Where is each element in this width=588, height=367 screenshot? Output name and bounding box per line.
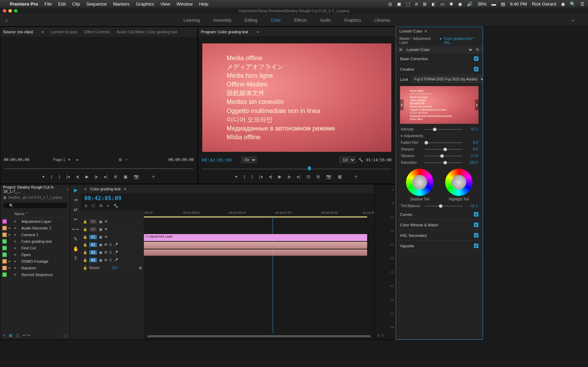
selection-tool-icon[interactable]: ▶ <box>74 187 78 193</box>
ws-editing[interactable]: Editing <box>245 18 258 23</box>
panel-menu-icon[interactable]: ≡ <box>425 29 427 33</box>
comparison-icon[interactable]: ▦ <box>338 174 342 179</box>
track-a3[interactable]: A3 <box>89 258 97 262</box>
source-icon-1[interactable]: ⊞ <box>119 157 122 162</box>
razor-tool-icon[interactable]: ✂ <box>74 217 78 222</box>
sharpen-slider[interactable] <box>425 149 462 150</box>
lum-section-basic[interactable]: Basic Correction <box>396 54 483 64</box>
page-next-icon[interactable]: ▸ <box>77 157 79 162</box>
goto-out-icon[interactable]: ▸| <box>297 174 300 179</box>
lock-icon[interactable]: 🔒 <box>83 243 87 247</box>
out-icon[interactable]: } <box>251 174 253 179</box>
lock-icon[interactable]: 🔒 <box>83 266 87 270</box>
expand-arrow-icon[interactable]: ▸ <box>9 232 12 237</box>
wrench-icon[interactable]: 🔧 <box>358 158 363 162</box>
sharpen-value[interactable]: 0.0 <box>465 147 478 151</box>
bluetooth-icon[interactable]: ✱ <box>449 1 453 7</box>
look-select[interactable]: Fuji ETERNA 250D Fuji 3510 (by Adobe) <box>411 76 483 83</box>
status-icon-3[interactable]: ⊞ <box>423 1 427 7</box>
tab-menu-icon[interactable]: ≡ <box>257 30 259 34</box>
faded-slider[interactable] <box>425 142 462 143</box>
timeline-ruler[interactable]: :00:00 00:14:59:02 00:29:58:04 00:44:57:… <box>144 210 374 218</box>
curves-toggle[interactable] <box>474 212 478 217</box>
mic-icon[interactable]: 🎤 <box>114 243 118 247</box>
clip-adjustment[interactable]: fx Adjustment Layer <box>144 234 367 241</box>
basic-toggle[interactable] <box>474 56 478 61</box>
play-icon[interactable]: ▶ <box>278 174 281 179</box>
lum-section-hsl[interactable]: HSL Secondary <box>396 230 483 241</box>
menu-sequence[interactable]: Sequence <box>86 1 107 7</box>
window-minimize[interactable] <box>8 9 12 13</box>
slip-tool-icon[interactable]: ⟷ <box>72 226 79 232</box>
spotlight-icon[interactable]: 🔍 <box>570 1 575 7</box>
ws-learning[interactable]: Learning <box>183 18 200 23</box>
ws-assembly[interactable]: Assembly <box>213 18 231 23</box>
tab-effect-controls[interactable]: Effect Controls <box>84 30 110 34</box>
track-a2[interactable]: A2 <box>89 250 97 255</box>
status-icon-1[interactable]: ▣ <box>397 1 401 7</box>
program-res-select[interactable]: 1/2 <box>340 157 356 163</box>
expand-icon[interactable]: ⊠ <box>139 266 142 270</box>
lum-section-cwm[interactable]: Color Wheels & Match <box>396 220 483 230</box>
ws-effects[interactable]: Effects <box>294 18 307 23</box>
ripple-tool-icon[interactable]: ⇄ <box>74 207 78 212</box>
step-fwd-icon[interactable]: |▸ <box>95 174 98 179</box>
solo-r[interactable]: S <box>382 334 384 337</box>
lift-icon[interactable]: ⊟ <box>307 174 310 179</box>
battery-icon[interactable]: ▬ <box>491 1 496 7</box>
chevron-down-icon[interactable]: ▾ <box>440 37 441 44</box>
toggle-output-icon[interactable]: ▣ <box>99 227 102 231</box>
ws-graphics[interactable]: Graphics <box>344 18 361 23</box>
saturation-value[interactable]: 100.0 <box>465 161 478 164</box>
ws-libraries[interactable]: Libraries <box>374 18 391 23</box>
track-v3[interactable]: V3 <box>89 219 97 224</box>
tl-link-icon[interactable]: ⌘ <box>99 204 103 208</box>
lock-icon[interactable]: 🔒 <box>83 250 87 254</box>
user-name[interactable]: Rick Gerard <box>532 1 556 7</box>
faded-value[interactable]: 0.0 <box>465 141 478 144</box>
tl-snap-icon[interactable]: ⋂ <box>92 204 95 208</box>
seq-menu-icon[interactable]: ≡ <box>124 187 126 191</box>
cc-icon[interactable]: ◎ <box>388 1 392 7</box>
project-item[interactable]: ▸First Cut <box>0 245 70 251</box>
goto-in-icon[interactable]: |◂ <box>259 174 262 179</box>
icon-view-icon[interactable]: ▦ <box>9 333 12 338</box>
extract-icon[interactable]: ⊞ <box>316 174 320 179</box>
volume-icon[interactable]: 🔊 <box>467 1 472 7</box>
look-prev-icon[interactable]: ‹ <box>400 99 404 110</box>
lumetri-title[interactable]: Lumetri Color <box>399 29 422 33</box>
in-icon[interactable]: { <box>51 174 52 179</box>
lum-section-vignette[interactable]: Vignette <box>396 241 483 251</box>
program-timecode[interactable]: 00:42:05:09 <box>202 157 232 163</box>
menu-view[interactable]: View <box>160 1 170 7</box>
expand-arrow-icon[interactable]: ▸ <box>9 226 12 230</box>
type-tool-icon[interactable]: T <box>74 256 77 261</box>
sequence-name[interactable]: Color grading test <box>90 187 120 191</box>
look-next-icon[interactable]: › <box>475 99 478 110</box>
zoom-slider[interactable]: ━○━ <box>23 333 30 338</box>
window-maximize[interactable] <box>14 9 18 13</box>
step-back-icon[interactable]: ◂| <box>76 174 79 179</box>
clip-audio[interactable] <box>144 249 367 256</box>
vignette-toggle[interactable] <box>474 244 478 248</box>
pen-tool-icon[interactable]: ✎ <box>74 236 78 242</box>
play-icon[interactable]: ▶ <box>85 174 89 179</box>
lum-seq[interactable]: Color grading test * Adj... <box>444 37 479 44</box>
tab-program[interactable]: Program: Color grading test <box>201 30 248 34</box>
intensity-slider[interactable] <box>425 129 462 130</box>
source-scrub[interactable] <box>5 165 193 172</box>
home-icon[interactable]: ⌂ <box>0 14 13 27</box>
menu-graphics[interactable]: Graphics <box>136 1 154 7</box>
window-close[interactable] <box>3 9 6 13</box>
eye-icon[interactable]: 👁 <box>104 235 108 239</box>
expand-arrow-icon[interactable]: ▸ <box>9 259 12 263</box>
hsl-toggle[interactable] <box>474 233 478 238</box>
bin-icon[interactable]: ▣ <box>3 196 6 199</box>
creative-toggle[interactable] <box>474 67 478 71</box>
project-item[interactable]: ▸▸OSMO Footage <box>0 258 70 264</box>
out-icon[interactable]: } <box>58 174 60 179</box>
panel-overflow-icon[interactable]: » <box>66 187 69 191</box>
goto-in-icon[interactable]: |◂ <box>66 174 70 179</box>
status-icon-2[interactable]: ⎚ <box>415 1 418 7</box>
toggle-output-icon[interactable]: ▣ <box>99 250 102 254</box>
